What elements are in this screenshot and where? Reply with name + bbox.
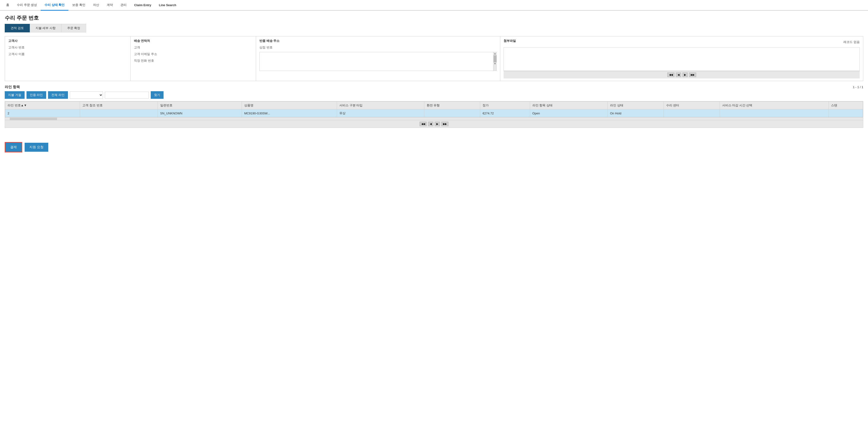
search-button[interactable]: 찾기 [151,91,163,99]
info-row: 고객사 고객사 번호고객사 이름 배송 연락처 고객고객 이메일 주소직장 전화… [5,36,863,81]
col-return_type: 환전 유형 [424,102,480,109]
cell-line_no: 2 [5,109,80,117]
attachment-header: 첨부파일 레코드 없음 [503,39,860,45]
return-address-title: 반품 배송 주소 [259,39,497,43]
nav-item-line-search[interactable]: Line Search [155,0,180,10]
nav-item-contract[interactable]: 계약 [103,0,117,11]
page-info: 1 - 1 / 1 [853,85,863,89]
all-line-button[interactable]: 전체 라인 [48,91,68,99]
action-bar: 지불 거절 인용 라인 전체 라인 찾기 [5,91,863,99]
no-record-label: 레코드 없음 [843,40,860,44]
page-title: 수리 주문 번호 [0,11,868,24]
col-standard: 스탠 [829,102,863,109]
attachment-next-btn[interactable]: ▶ [682,73,688,77]
table-prev-btn[interactable]: ◀ [428,122,433,126]
scroll-up-arrow[interactable]: ▲ [494,52,496,55]
bottom-bar: 결제 지원 요청 [0,137,868,157]
reject-button[interactable]: 지불 거절 [5,91,25,99]
cell-line_item_status: Open [530,109,608,117]
col-line_status: 라인 상태 [608,102,663,109]
return-address-textarea[interactable] [259,52,493,71]
col-service_type: 서비스 구분 타입 [337,102,424,109]
cell-service_type: 유상 [337,109,424,117]
scroll-down-arrow[interactable]: ▼ [494,62,496,65]
table-next-btn[interactable]: ▶ [435,122,440,126]
delivery-field: 직장 전화 번호 [134,59,253,63]
delivery-field: 고객 [134,45,253,49]
attachment-nav: ◀◀ ◀ ▶ ▶▶ [503,71,860,78]
col-serial_no: 일련번호 [158,102,242,109]
line-items-header: 라인 항목 1 - 1 / 1 [5,85,863,89]
main-content: 견적 검토지불 세부 사항주문 확정 고객사 고객사 번호고객사 이름 배송 연… [0,24,868,133]
nav-item-home[interactable]: 홈 [2,0,13,11]
quote-line-button[interactable]: 인용 라인 [27,91,46,99]
col-line_no: 라인 번호▲▼ [5,102,80,109]
cell-return_type [424,109,480,117]
line-items-title: 라인 항목 [5,85,20,89]
pay-button[interactable]: 결제 [5,142,22,152]
delivery-section-title: 배송 연락처 [134,39,253,43]
search-select[interactable] [70,92,103,99]
table-body: 2SN_UNKNOWNMC9190-G30SW...유상€274.72OpenO… [5,109,863,117]
tab-payment-detail[interactable]: 지불 세부 사항 [30,24,62,32]
table-row[interactable]: 2SN_UNKNOWNMC9190-G30SW...유상€274.72OpenO… [5,109,863,117]
customer-section-title: 고객사 [8,39,127,43]
horizontal-scrollbar[interactable] [5,117,863,120]
table-first-btn[interactable]: ◀◀ [420,122,427,126]
cell-standard [829,109,863,117]
delivery-field: 고객 이메일 주소 [134,52,253,56]
return-address-section: 반품 배송 주소 상점 번호 ▲ ▼ [256,36,500,81]
attachment-prev-btn[interactable]: ◀ [676,73,681,77]
nav-item-repair-order-create[interactable]: 수리 주문 생성 [13,0,41,11]
col-price: 정가 [480,102,530,109]
nav-item-claim-entry[interactable]: Claim Entry [130,0,155,10]
attachment-section: 첨부파일 레코드 없음 ◀◀ ◀ ▶ ▶▶ [500,36,863,81]
cell-product_name: MC9190-G30SW... [242,109,337,117]
return-address-textarea-wrapper: ▲ ▼ [259,52,497,71]
col-customer_ref: 고객 참조 번호 [80,102,158,109]
attachment-area [503,47,860,71]
scrollbar-vertical[interactable]: ▲ ▼ [493,52,496,71]
line-items-table: 라인 번호▲▼고객 참조 번호일련번호상품명서비스 구분 타입환전 유형정가라인… [5,101,863,117]
navigation-bar: 홈수리 주문 생성수리 상태 확인보증 확인자산계약관리Claim EntryL… [0,0,868,11]
table-header-row: 라인 번호▲▼고객 참조 번호일련번호상품명서비스 구분 타입환전 유형정가라인… [5,102,863,109]
delivery-section: 배송 연락처 고객고객 이메일 주소직장 전화 번호 [131,36,256,81]
tab-bar: 견적 검토지불 세부 사항주문 확정 [5,24,863,32]
search-input[interactable] [105,92,149,99]
col-repair_center: 수리 센터 [663,102,720,109]
attachment-last-btn[interactable]: ▶▶ [689,73,696,77]
tab-order-confirm[interactable]: 주문 확정 [61,24,86,32]
cell-serial_no: SN_UNKNOWN [158,109,242,117]
table-nav: ◀◀ ◀ ▶ ▶▶ [5,120,863,128]
tab-review[interactable]: 견적 검토 [5,24,30,32]
cell-repair_center [663,109,720,117]
nav-item-repair-status[interactable]: 수리 상태 확인 [41,0,68,11]
col-service_time: 서비스 마감 시간 선택 [720,102,829,109]
cell-service_time [720,109,829,117]
customer-field: 고객사 번호 [8,45,127,49]
nav-item-warranty-check[interactable]: 보증 확인 [68,0,89,11]
cell-line_status: On Hold [608,109,663,117]
attachment-first-btn[interactable]: ◀◀ [667,73,675,77]
shop-number-label: 상점 번호 [259,45,497,49]
cell-price: €274.72 [480,109,530,117]
nav-item-management[interactable]: 관리 [117,0,130,11]
cell-customer_ref [80,109,158,117]
customer-section: 고객사 고객사 번호고객사 이름 [5,36,131,81]
nav-item-asset[interactable]: 자산 [89,0,103,11]
scrollbar-track[interactable] [10,118,57,120]
table-last-btn[interactable]: ▶▶ [441,122,448,126]
customer-field: 고객사 이름 [8,52,127,56]
scroll-thumb[interactable] [494,55,496,62]
support-request-button[interactable]: 지원 요청 [25,143,48,152]
attachment-title: 첨부파일 [503,39,516,43]
col-line_item_status: 라인 항목 상태 [530,102,608,109]
col-product_name: 상품명 [242,102,337,109]
line-items-table-wrapper: 라인 번호▲▼고객 참조 번호일련번호상품명서비스 구분 타입환전 유형정가라인… [5,101,863,128]
